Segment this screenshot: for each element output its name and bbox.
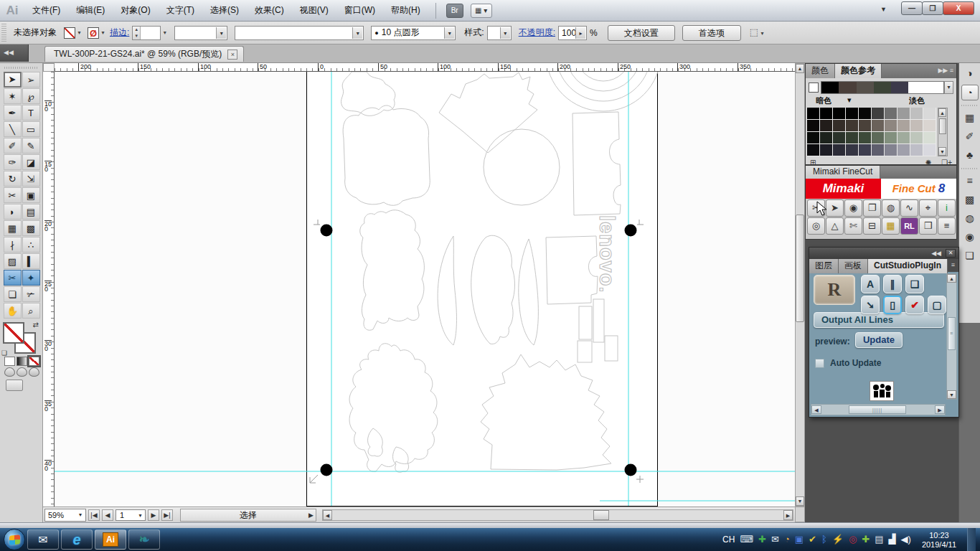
finecut-join-path-tool[interactable]: ∿ — [900, 199, 918, 217]
eyedropper-tool[interactable]: ∤ — [4, 237, 22, 253]
taskbar-feather-app-button[interactable]: ❧ — [128, 529, 160, 550]
clipboard-icon[interactable]: ▤ — [875, 529, 883, 550]
outline-ring-1[interactable] — [576, 72, 631, 81]
swatch-0-4[interactable] — [859, 108, 872, 120]
outline-rect-1[interactable] — [579, 306, 592, 339]
minimize-button[interactable]: — — [901, 1, 923, 15]
type-tool[interactable]: T — [22, 105, 40, 121]
swatch-3-5[interactable] — [872, 144, 885, 156]
fill-swatch[interactable] — [3, 322, 24, 344]
panel-collapse-icons[interactable]: ▶▶ ≡ — [938, 64, 956, 78]
screen-mode-button[interactable] — [6, 380, 23, 391]
taskbar-mail-button[interactable]: ✉ — [27, 529, 59, 550]
rectangle-tool[interactable]: ▭ — [22, 121, 40, 137]
slice-tool[interactable]: ✃ — [22, 286, 40, 302]
outline-dog-sitting[interactable] — [360, 210, 425, 331]
restore-button[interactable]: ❐ — [922, 1, 943, 15]
menu-item-4[interactable]: 选择(S) — [202, 0, 247, 21]
display-icon[interactable]: ▣ — [795, 529, 804, 550]
isolate-selection-icon[interactable]: ⬚▾ — [750, 27, 766, 39]
swatch-3-4[interactable] — [859, 144, 872, 156]
draw-inside-button[interactable] — [29, 367, 39, 377]
register-mark-3[interactable] — [625, 464, 637, 476]
swatches-panel-icon[interactable]: ▦ — [961, 110, 979, 126]
strip-color-0[interactable] — [821, 82, 839, 93]
finecut-select-tool[interactable]: ➤ — [826, 199, 844, 217]
start-button[interactable] — [4, 529, 25, 550]
swatch-0-3[interactable] — [846, 108, 859, 120]
color-guide-panel-icon[interactable]: ◔ — [961, 85, 979, 100]
outline-circle[interactable] — [484, 129, 560, 205]
menu-item-8[interactable]: 帮助(H) — [383, 0, 428, 21]
menu-item-5[interactable]: 效果(C) — [247, 0, 292, 21]
network-signal-icon[interactable]: ▟ — [889, 529, 896, 550]
stroke-panel-icon[interactable]: ≡ — [961, 174, 979, 189]
taskbar-internet-explorer-button[interactable]: e — [61, 529, 93, 550]
selection-tool[interactable]: ➤ — [4, 72, 22, 88]
finecut-output-condition-button[interactable]: ≡ — [938, 217, 956, 235]
finecut-pick-tool[interactable]: ✦ — [22, 270, 40, 286]
artboards-panel-icon[interactable]: ❏ — [961, 248, 979, 264]
swatch-0-8[interactable] — [910, 108, 923, 120]
swatch-0-2[interactable] — [833, 108, 846, 120]
paint-gradient-button[interactable] — [17, 357, 27, 366]
finecut-register-mark-tool[interactable]: ⌖ — [919, 199, 937, 217]
usb-device-icon[interactable]: ⚡ — [832, 529, 844, 550]
mail-tray-icon[interactable]: ✉ — [771, 529, 779, 550]
swatch-2-5[interactable] — [872, 132, 885, 144]
swatch-3-7[interactable] — [897, 144, 910, 156]
cutstudio-rectangle-button[interactable]: ▯ — [883, 296, 902, 314]
menu-item-6[interactable]: 视图(V) — [292, 0, 336, 21]
update-button[interactable]: Update — [855, 332, 903, 348]
swatch-1-5[interactable] — [872, 120, 885, 132]
register-mark-1[interactable] — [625, 225, 637, 237]
opacity-label[interactable]: 不透明度: — [519, 27, 555, 39]
swatch-1-4[interactable] — [859, 120, 872, 132]
blob-brush-tool[interactable]: ✑ — [4, 154, 22, 170]
swatch-3-8[interactable] — [910, 144, 923, 156]
perspective-grid-tool[interactable]: ▤ — [22, 204, 40, 220]
swatch-1-9[interactable] — [923, 120, 936, 132]
cutstudio-vertical-scrollbar[interactable]: ▲ ≡ ▼ — [946, 273, 957, 400]
finecut-plotter-output-button[interactable]: ⊟ — [863, 217, 881, 235]
gradient-tool[interactable]: ▩ — [22, 220, 40, 236]
sync-clock-icon[interactable]: ◔ — [784, 529, 790, 550]
outline-rect-4[interactable] — [578, 341, 592, 362]
cutstudio-hatch-button[interactable]: ∥ — [883, 275, 902, 293]
swatch-2-2[interactable] — [833, 132, 846, 144]
fill-dropdown-arrow[interactable]: ▾ — [75, 27, 83, 39]
mimaki-finecut-tab[interactable]: Mimaki FineCut — [806, 166, 880, 179]
finecut-weed-tool[interactable]: ◉ — [844, 199, 862, 217]
show-desktop-button[interactable] — [967, 528, 976, 551]
crop-mark-top-left[interactable] — [314, 220, 320, 225]
target-icon[interactable]: ◎ — [849, 529, 857, 550]
swatch-1-8[interactable] — [910, 120, 923, 132]
finecut-tiling-tool[interactable]: ▦ — [882, 217, 900, 235]
swatch-3-1[interactable] — [820, 144, 833, 156]
bridge-button[interactable]: Br — [446, 4, 463, 18]
roland-logo-button[interactable]: R — [814, 275, 855, 305]
finecut-frame-extract-tool[interactable]: ❒ — [919, 217, 937, 235]
language-indicator[interactable]: CH — [722, 529, 735, 550]
swatch-2-0[interactable] — [807, 132, 820, 144]
taskbar-illustrator-button[interactable]: Ai — [95, 529, 126, 550]
blend-tool[interactable]: ∴ — [22, 237, 40, 253]
volume-icon[interactable]: ◀) — [901, 529, 911, 550]
graph-tool[interactable]: ▍ — [22, 253, 40, 269]
menu-item-0[interactable]: 文件(F) — [24, 0, 68, 21]
outline-crescent-center[interactable] — [471, 235, 515, 344]
draw-normal-button[interactable] — [4, 367, 15, 377]
swatch-3-9[interactable] — [923, 144, 936, 156]
brush-combo[interactable]: ● 10 点圆形 ▾ — [371, 26, 456, 40]
opacity-input[interactable]: 100 ▸ — [558, 26, 587, 40]
outline-notched-rect-upper[interactable] — [573, 112, 621, 215]
outline-top-blob[interactable] — [341, 72, 395, 116]
swatch-1-0[interactable] — [807, 120, 820, 132]
horizontal-scroll-thumb[interactable] — [593, 510, 609, 520]
cutstudio-hscroll-thumb[interactable]: ||||| — [849, 405, 906, 414]
outline-kite[interactable] — [439, 72, 537, 153]
color-panel-icon[interactable]: ◑ — [961, 66, 979, 82]
swatch-1-6[interactable] — [885, 120, 897, 132]
tab-artboards[interactable]: 画板 — [839, 259, 868, 273]
cutstudio-hscroll-right[interactable]: ▶ — [935, 405, 945, 414]
